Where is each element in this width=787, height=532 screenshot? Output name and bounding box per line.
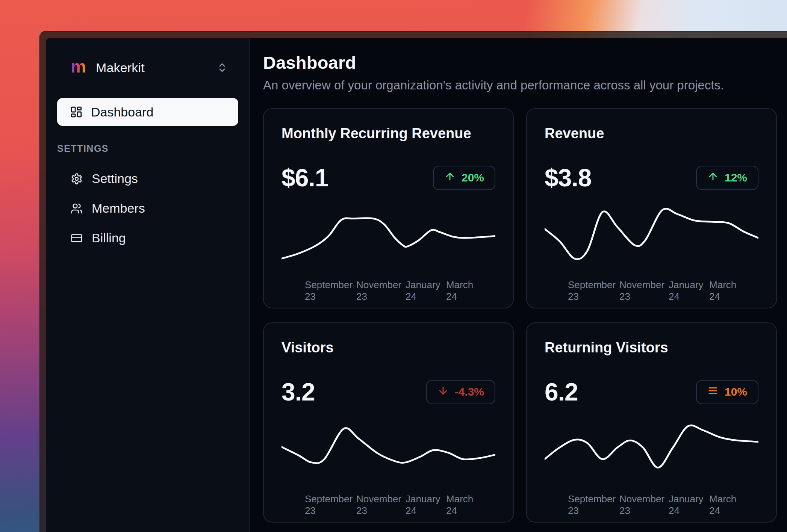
trend-badge-label: -4.3% xyxy=(455,385,484,398)
layout-dashboard-icon xyxy=(70,106,83,118)
card-value: 6.2 xyxy=(545,378,578,406)
sidebar-item-members[interactable]: Members xyxy=(57,193,238,223)
menu-lines-icon xyxy=(707,385,719,399)
sidebar-item-settings[interactable]: Settings xyxy=(57,164,238,193)
page-title: Dashboard xyxy=(263,52,777,73)
metric-card-returning-visitors: Returning Visitors 6.2 10% September 23 … xyxy=(526,322,777,523)
trend-badge-label: 20% xyxy=(462,171,484,184)
gear-icon xyxy=(71,173,83,185)
app-surface: m Makerkit Dashboard SETTINGS Settings M… xyxy=(46,38,787,532)
card-title: Visitors xyxy=(282,340,495,356)
users-icon xyxy=(71,203,83,215)
chevrons-up-down-icon xyxy=(216,62,228,73)
card-value: 3.2 xyxy=(282,378,315,406)
page-subtitle: An overview of your organization's activ… xyxy=(263,78,777,92)
card-title: Monthly Recurring Revenue xyxy=(282,125,495,142)
card-value: $3.8 xyxy=(545,163,591,192)
trend-badge-label: 10% xyxy=(725,385,747,398)
metric-card-visitors: Visitors 3.2 -4.3% September 23 November xyxy=(263,322,514,523)
makerkit-logo: m xyxy=(71,58,86,75)
sidebar-section-label: SETTINGS xyxy=(57,143,238,154)
card-value: $6.1 xyxy=(282,163,328,192)
sparkline-chart xyxy=(282,417,495,489)
metric-card-grid: Monthly Recurring Revenue $6.1 20% Septe… xyxy=(263,108,777,523)
sidebar-item-label: Members xyxy=(92,201,145,216)
app-window: m Makerkit Dashboard SETTINGS Settings M… xyxy=(39,31,787,532)
metric-card-revenue: Revenue $3.8 12% September 23 November 2… xyxy=(526,108,777,308)
credit-card-icon xyxy=(71,232,83,244)
card-title: Revenue xyxy=(545,125,758,142)
trend-badge-label: 12% xyxy=(725,171,747,184)
sidebar: m Makerkit Dashboard SETTINGS Settings M… xyxy=(46,38,250,532)
trend-badge: -4.3% xyxy=(426,380,495,404)
arrow-up-icon xyxy=(707,171,719,185)
sidebar-item-label: Dashboard xyxy=(91,105,153,119)
x-axis-labels: September 23 November 23 January 24 Marc… xyxy=(545,493,758,517)
sidebar-item-label: Settings xyxy=(92,171,138,186)
sidebar-settings-group: Settings Members Billing xyxy=(57,164,238,253)
arrow-up-icon xyxy=(444,171,456,185)
trend-badge: 12% xyxy=(696,166,758,190)
sidebar-item-dashboard[interactable]: Dashboard xyxy=(57,98,238,126)
sparkline-chart xyxy=(545,203,758,275)
x-axis-labels: September 23 November 23 January 24 Marc… xyxy=(545,279,758,302)
sidebar-item-billing[interactable]: Billing xyxy=(57,223,238,253)
trend-badge: 20% xyxy=(433,166,495,190)
x-axis-labels: September 23 November 23 January 24 Marc… xyxy=(282,279,495,302)
sidebar-item-label: Billing xyxy=(92,231,126,245)
card-title: Returning Visitors xyxy=(545,340,758,356)
trend-badge: 10% xyxy=(696,380,758,404)
workspace-name: Makerkit xyxy=(96,60,145,75)
workspace-selector[interactable]: m Makerkit xyxy=(57,54,238,82)
sparkline-chart xyxy=(545,417,758,489)
sparkline-chart xyxy=(282,203,495,275)
arrow-down-icon xyxy=(437,385,449,399)
metric-card-mrr: Monthly Recurring Revenue $6.1 20% Septe… xyxy=(263,108,514,308)
x-axis-labels: September 23 November 23 January 24 Marc… xyxy=(282,493,495,517)
main-content: Dashboard An overview of your organizati… xyxy=(250,38,787,532)
